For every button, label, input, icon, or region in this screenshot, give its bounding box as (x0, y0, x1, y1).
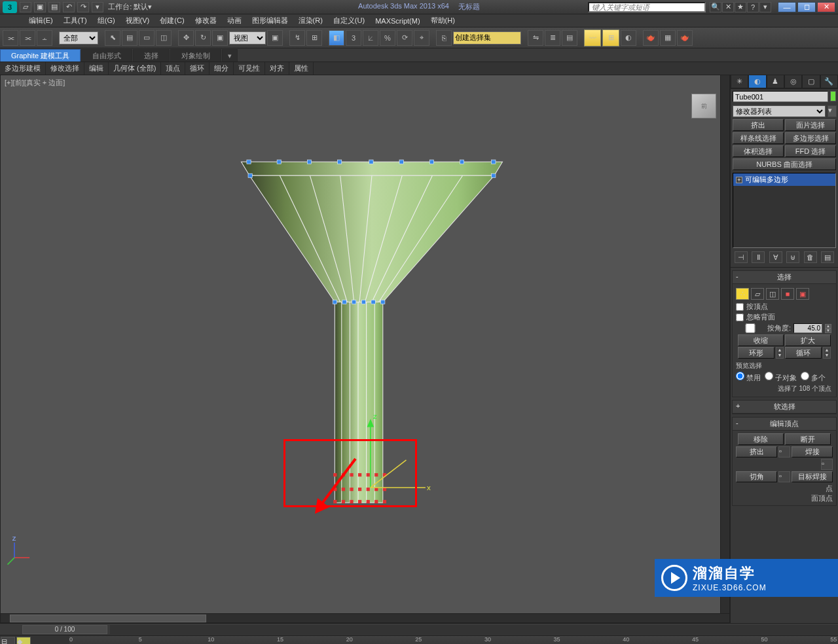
rollout-editvert-header[interactable]: -编辑顶点 (733, 418, 836, 431)
rb-modsel[interactable]: 修改选择 (46, 62, 84, 75)
rad-multi[interactable] (801, 372, 809, 380)
menu-view[interactable]: 视图(V) (120, 14, 155, 27)
rollout-selection-header[interactable]: -选择 (733, 271, 836, 284)
select-icon[interactable]: ⬉ (105, 30, 120, 46)
select-rect-icon[interactable]: ▭ (139, 30, 155, 46)
stack-show-icon[interactable]: Ⅱ (752, 251, 765, 263)
stack-remove-icon[interactable]: 🗑 (804, 251, 817, 263)
so-edge-icon[interactable]: ▱ (751, 288, 764, 300)
menu-animation[interactable]: 动画 (222, 14, 247, 27)
tab-graphite[interactable]: Graphite 建模工具 (0, 49, 81, 62)
qat-open[interactable]: ▣ (34, 2, 46, 12)
stack-pin-icon[interactable]: ⊣ (735, 251, 748, 263)
manip-icon[interactable]: ↯ (289, 30, 305, 46)
paneltab-utilities-icon[interactable]: 🔧 (820, 75, 838, 88)
qat-link[interactable]: ▾ (92, 2, 103, 12)
select-name-icon[interactable]: ▤ (122, 30, 137, 46)
spinner-snap-icon[interactable]: ⟳ (397, 30, 412, 46)
time-slider[interactable]: 0 / 100 (0, 623, 838, 635)
esnap-icon[interactable]: ⌖ (414, 30, 429, 46)
btn-loop[interactable]: 循环 (785, 347, 822, 359)
signin-icon[interactable]: ✕ (722, 2, 734, 12)
dropdown-icon[interactable]: ▾ (759, 2, 771, 12)
paneltab-motion-icon[interactable]: ◎ (784, 75, 802, 88)
rad-disable[interactable] (736, 372, 744, 380)
btn-polysel[interactable]: 多边形选择 (785, 132, 836, 144)
menu-maxscript[interactable]: MAXScript(M) (370, 16, 425, 26)
help-icon[interactable]: ? (747, 2, 759, 12)
move-icon[interactable]: ✥ (178, 30, 194, 46)
pivot-icon[interactable]: ▣ (267, 30, 283, 46)
btn-nurbs[interactable]: NURBS 曲面选择 (733, 158, 836, 170)
chk-byangle[interactable] (736, 323, 765, 333)
paneltab-display-icon[interactable]: ▢ (802, 75, 820, 88)
app-logo[interactable]: 3 (3, 1, 17, 13)
stack-config-icon[interactable]: ▤ (821, 251, 834, 263)
qat-new[interactable]: ▱ (20, 2, 31, 12)
maximize-button[interactable]: ◻ (797, 2, 816, 12)
menu-help[interactable]: 帮助(H) (426, 14, 460, 27)
rb-vertex[interactable]: 顶点 (161, 62, 185, 75)
btn-shrink[interactable]: 收缩 (738, 334, 784, 346)
link-icon[interactable]: ⫘ (3, 30, 18, 46)
stack-unique-icon[interactable]: ⊎ (786, 251, 799, 263)
qat-undo[interactable]: ↶ (63, 2, 75, 12)
modlist-drop-icon[interactable]: ▾ (828, 105, 837, 117)
btn-ring[interactable]: 环形 (738, 347, 774, 359)
unlink-icon[interactable]: ⫘ (20, 30, 35, 46)
menu-edit[interactable]: 编辑(E) (24, 14, 58, 27)
btn-ffdsel[interactable]: FFD 选择 (785, 145, 836, 157)
rb-align[interactable]: 对齐 (265, 62, 289, 75)
btn-splinesel[interactable]: 样条线选择 (733, 132, 784, 144)
rb-polymodel[interactable]: 多边形建模 (0, 62, 46, 75)
so-vertex-icon[interactable]: ∴ (736, 288, 749, 300)
so-poly-icon[interactable]: ■ (781, 288, 794, 300)
minimize-button[interactable]: — (778, 2, 796, 12)
material-editor-icon[interactable]: ◐ (621, 30, 636, 46)
search-icon[interactable]: 🔍 (710, 2, 721, 12)
time-slider-thumb[interactable]: 0 / 100 (22, 625, 107, 634)
chamfer-settings-icon[interactable]: ▫ (778, 471, 790, 482)
snap-toggle[interactable]: ◧ (329, 30, 344, 46)
window-cross-icon[interactable]: ◫ (156, 30, 172, 46)
render-frame-icon[interactable]: ▦ (660, 30, 676, 46)
viewport-scroll-v[interactable] (720, 75, 729, 613)
btn-extrude[interactable]: 挤出 (733, 119, 784, 131)
stack-expand-icon[interactable]: + (736, 177, 742, 183)
ref-coord[interactable]: 视图 (229, 31, 266, 45)
btn-volsel[interactable]: 体积选择 (733, 145, 784, 157)
angle-snap-icon[interactable]: ⟀ (363, 30, 378, 46)
chk-ignoreback[interactable] (736, 313, 744, 321)
search-input[interactable] (588, 2, 706, 12)
scale-icon[interactable]: ▣ (212, 30, 228, 46)
btn-remove[interactable]: 移除 (738, 433, 784, 445)
object-color-swatch[interactable] (830, 91, 836, 101)
menu-create[interactable]: 创建(C) (155, 14, 189, 27)
rad-subobj[interactable] (765, 372, 773, 380)
render-setup-icon[interactable]: 🫖 (643, 30, 659, 46)
btn-grow[interactable]: 扩大 (785, 334, 831, 346)
qat-redo[interactable]: ↷ (77, 2, 89, 12)
named-selection-set[interactable] (453, 31, 521, 45)
schematic-icon[interactable]: ⊞ (602, 29, 619, 46)
tab-freeform[interactable]: 自由形式 (81, 49, 132, 62)
tab-selection[interactable]: 选择 (133, 49, 170, 62)
paneltab-hierarchy-icon[interactable]: ♟ (767, 75, 784, 88)
rb-loop[interactable]: 循环 (185, 62, 210, 75)
rb-subdiv[interactable]: 细分 (210, 62, 234, 75)
object-name-input[interactable] (733, 91, 828, 102)
rb-geomall[interactable]: 几何体 (全部) (109, 62, 161, 75)
qat-save[interactable]: ▤ (48, 2, 60, 12)
track-bar[interactable]: ⊟ ◆ 0 5 10 15 20 25 30 35 40 45 50 55 (0, 635, 838, 644)
trackbar-toggle-icon[interactable]: ⊟ (1, 637, 15, 645)
modifier-stack[interactable]: + 可编辑多边形 (733, 173, 836, 248)
so-element-icon[interactable]: ▣ (796, 288, 809, 300)
close-button[interactable]: ✕ (817, 2, 835, 12)
btn-chamfer[interactable]: 切角 (736, 471, 777, 482)
so-border-icon[interactable]: ◫ (766, 288, 779, 300)
btn-targetweld[interactable]: 目标焊接 (792, 471, 833, 482)
btn-break[interactable]: 断开 (785, 433, 831, 445)
mirror-icon[interactable]: ⇋ (528, 30, 543, 46)
viewport-front[interactable]: [+][前][真实 + 边面] 前 (0, 75, 730, 623)
rollout-softsel-header[interactable]: +软选择 (733, 401, 836, 414)
